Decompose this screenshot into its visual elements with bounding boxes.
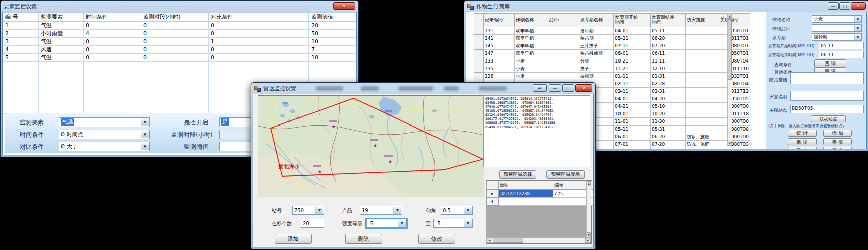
- table-row[interactable]: 3气温001101: [3, 38, 357, 46]
- query-condition-label: 查询条件: [774, 61, 792, 68]
- table-row[interactable]: 5气温000101: [3, 54, 357, 62]
- left-window-title: 要素监控设置: [4, 3, 37, 10]
- to-label: 至: [426, 220, 431, 227]
- import-button[interactable]: 导 入: [788, 147, 817, 149]
- minimize-button[interactable]: —: [549, 84, 561, 92]
- control-measure-textarea[interactable]: [790, 72, 864, 84]
- color-count-label: 色标个数: [272, 220, 292, 227]
- time-label: 时间条件: [20, 131, 44, 139]
- elevation-select[interactable]: 0.5 ▼: [441, 206, 473, 215]
- titlebar-blur: [316, 86, 343, 91]
- crop-name-select[interactable]: 小麦 ▼: [812, 15, 862, 23]
- link-station-button[interactable]: 联动站点: [811, 115, 846, 122]
- table-row[interactable]: 133小麦分蘖10-2111-11BD80T04: [474, 57, 750, 65]
- element-select[interactable]: 气温 ▼: [59, 117, 150, 127]
- modify-button[interactable]: 修改: [418, 234, 455, 244]
- close-button[interactable]: ✕: [851, 2, 866, 10]
- end-date-input[interactable]: 06-11: [819, 51, 864, 58]
- scroll-down-icon[interactable]: ▼: [728, 141, 732, 146]
- start-date-input[interactable]: 05-11: [819, 42, 864, 49]
- table-row[interactable]: [3, 70, 357, 78]
- query-button[interactable]: 查 询: [814, 59, 846, 68]
- right-titlebar[interactable]: 作物生育期库: [464, 1, 868, 12]
- chevron-down-icon: ▼: [315, 207, 323, 214]
- map-canvas: 黄北海市: [258, 96, 484, 197]
- station-label: 站号: [272, 207, 282, 214]
- maximize-button[interactable]: ▢: [839, 2, 850, 10]
- scroll-left-icon[interactable]: ◄: [487, 238, 492, 243]
- minimize-icon: —: [831, 4, 836, 9]
- crop-variety-label: 作物品种: [772, 26, 790, 32]
- middle-window-client: 黄北海市 05491.0172034571, 905914.13177541J,…: [253, 94, 594, 247]
- table-row[interactable]: [3, 62, 357, 70]
- scroll-up-icon[interactable]: ▲: [587, 181, 591, 186]
- table-row[interactable]: 147双季早稻秧苗移栽期06-0106-11BD50T01: [474, 50, 750, 57]
- chevron-down-icon: ▼: [141, 118, 149, 126]
- chevron-down-icon: ▼: [393, 207, 401, 214]
- growth-period-select[interactable]: 播种期 ▼: [812, 33, 862, 41]
- scroll-right-icon[interactable]: ►: [585, 238, 591, 243]
- chevron-down-icon: ▼: [141, 143, 149, 150]
- table-row[interactable]: 4风速00071: [3, 46, 357, 54]
- station-select[interactable]: 750 ▼: [292, 206, 324, 215]
- intensity-to-select[interactable]: -5 ▼: [433, 219, 473, 228]
- warning-area-map[interactable]: 黄北海市: [258, 95, 484, 197]
- add-button[interactable]: 增 加: [823, 130, 852, 137]
- other-condition-label: 其他条件: [774, 69, 792, 76]
- close-button[interactable]: ✕: [575, 84, 592, 92]
- table-row[interactable]: 2小时雨量400501: [3, 30, 357, 38]
- table-row[interactable]: 141双季早稻秧苗期05-3106-20BD11T01: [474, 35, 750, 42]
- scroll-thumb[interactable]: [493, 238, 523, 243]
- table-row[interactable]: 135小麦拔节11-2112-10BD11T10: [474, 65, 750, 73]
- area-coordinates-grid[interactable]: 坐标编号▶-45122.12238...775✱: [486, 181, 594, 206]
- close-button[interactable]: ✕: [333, 2, 355, 10]
- stats-button[interactable]: 统 计: [788, 130, 817, 137]
- enabled-label: 是否开启: [184, 118, 208, 127]
- crop-variety-select[interactable]: ▼: [812, 24, 862, 32]
- linked-station-textarea[interactable]: BD50T05: [790, 105, 864, 113]
- modify-button[interactable]: 修 改: [823, 138, 852, 145]
- area-select-button[interactable]: 预警区域选择: [499, 170, 536, 179]
- grid-vertical-scrollbar[interactable]: ▲ ▼: [586, 181, 591, 238]
- table-row[interactable]: 1气温000201: [3, 22, 357, 30]
- maximize-button[interactable]: ▢: [562, 84, 574, 92]
- grid-horizontal-scrollbar[interactable]: ◄ ►: [486, 237, 591, 243]
- table-row[interactable]: ✱: [487, 198, 594, 206]
- header-row: 记录编号作物名称品种发育期名称发育期开始 时间发育期结束 时间防灾措施关联编号: [474, 14, 750, 27]
- color-count-input[interactable]: 20: [301, 219, 324, 228]
- disaster-note-textarea[interactable]: [790, 91, 864, 101]
- scroll-down-icon[interactable]: ▼: [587, 232, 591, 237]
- table-row[interactable]: 131双季早稻播种期04-0105-11BD50T01: [474, 27, 750, 35]
- table-row[interactable]: 136小麦抽穗期01-1101-31BD33T01: [474, 73, 750, 80]
- compare-select[interactable]: 0-大于 ▼: [59, 142, 150, 151]
- maximize-icon: ▢: [566, 86, 571, 91]
- time-select[interactable]: 0 时间点 ▼: [59, 130, 150, 139]
- middle-window-title: 雷达监控设置: [263, 85, 296, 92]
- minimize-button[interactable]: —: [828, 2, 839, 10]
- export-button[interactable]: 导 出: [823, 147, 852, 149]
- area-grid-container: 坐标编号▶-45122.12238...775✱ ▲ ▼ ◄ ►: [486, 180, 592, 244]
- minimize-icon: —: [553, 86, 557, 91]
- product-label: 产品: [342, 207, 352, 214]
- start-date-label: 发育期开始时间(MM-DD): [768, 43, 814, 49]
- coordinates-textbox[interactable]: 05491.0172034571, 905914.13177541J, 6345…: [483, 95, 590, 167]
- product-select[interactable]: 19 ▼: [360, 206, 402, 215]
- chevron-down-icon: ▼: [398, 220, 406, 227]
- area-show-button[interactable]: 预警区域显示: [546, 170, 585, 179]
- table-row[interactable]: ▶-45122.12238...775: [487, 190, 594, 198]
- left-titlebar[interactable]: 要素监控设置: [1, 1, 358, 12]
- delete-button[interactable]: 删除: [345, 234, 382, 244]
- swap-button[interactable]: ⇔: [533, 84, 547, 92]
- intensity-level-label: 强度等级: [342, 220, 362, 227]
- table-vertical-scrollbar[interactable]: ▲ ▼: [727, 13, 732, 146]
- header-row: 坐标编号: [487, 181, 594, 190]
- add-button[interactable]: 添加: [275, 234, 312, 244]
- threshold-label: 监测阈值: [184, 143, 208, 151]
- swap-arrows-icon: ⇔: [538, 86, 542, 91]
- intensity-level-select[interactable]: -5 ▼: [366, 219, 407, 228]
- scroll-thumb[interactable]: [728, 19, 732, 80]
- table-row[interactable]: 145双季早稻三叶拔节07-1107-20BD80T01: [474, 42, 750, 50]
- scroll-up-icon[interactable]: ▲: [728, 14, 732, 19]
- crop-name-label: 作物名称: [772, 17, 790, 23]
- delete-button[interactable]: 删 除: [788, 138, 817, 145]
